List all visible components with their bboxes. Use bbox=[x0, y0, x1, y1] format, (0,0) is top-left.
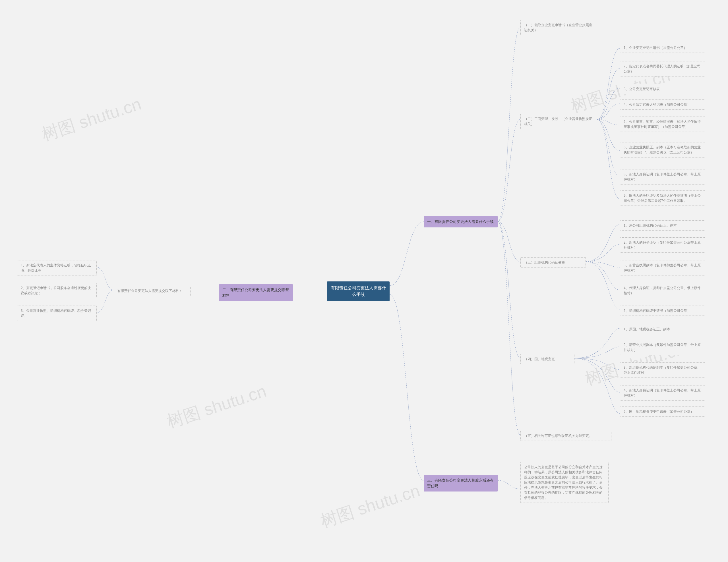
s1-i3-c3: 3、新营业执照副本（复印件加盖公司公章、带上原件核对） bbox=[620, 260, 705, 276]
s1-i4-c1: 1、原国、地税税务证正、副本 bbox=[620, 324, 705, 334]
s1-i3-c4: 4、代理人身份证（复印件加盖公司公章、带上原件核对） bbox=[620, 283, 705, 298]
s2-mid: 有限责任公司变更法人需要提交以下材料： bbox=[114, 286, 191, 296]
watermark-text: 树图 shutu.cn bbox=[164, 380, 269, 433]
s1-item-4: （四）国、地税变更 bbox=[520, 354, 574, 364]
s2-c1: 1、新法定代表人的主体资格证明，包括任职证明、身份证等； bbox=[17, 260, 97, 276]
s3-body: 公司法人的变更是基于公司的分立和合并才产生的这样的一种结果，原公司法人的相关债务… bbox=[520, 462, 609, 503]
s1-i4-c3: 3、新组织机构代码证副本（复印件加盖公司公章、带上原件核对） bbox=[620, 362, 705, 378]
section-1: 一、有限责任公司变更法人需要什么手续 bbox=[424, 216, 498, 228]
s1-i2-c5: 5、公司董事、监事、经理情况表（如法人担任执行董事或董事长时要填写）（加盖公司公… bbox=[620, 117, 705, 132]
s2-c3: 3、公司营业执照、组织机构代码证、税务登记证。 bbox=[17, 305, 97, 321]
s2-c2: 2、变更登记申请书，公司股东会通过变更的决议或者决定； bbox=[17, 283, 97, 298]
watermark-text: 树图 shutu.cn bbox=[39, 93, 144, 146]
s1-item-1: （一）领取企业变更申请书（企业营业执照发证机关） bbox=[520, 20, 597, 35]
s1-i2-c6: 6、企业营业执照正、副本（正本可在领取新的营业执照时收回）7、股东会决议（盖上公… bbox=[620, 142, 705, 158]
s1-item-2: （二）工商受理、发照：（企业营业执照发证机关） bbox=[520, 114, 597, 129]
s1-i4-c5: 5、国、地税税务变更申请表（加盖公司公章） bbox=[620, 406, 705, 417]
s1-i2-c3: 3、公司变更登记审核表 bbox=[620, 84, 705, 94]
connector-lines bbox=[0, 0, 728, 562]
section-2: 二、有限责任公司变更法人需要提交哪些材料 bbox=[219, 284, 293, 301]
s1-i3-c2: 2、新法人的身份证明（复印件加盖公司公章带上原件核对） bbox=[620, 238, 705, 253]
s1-item-5: （五）相关许可证也须到发证机关办理变更。 bbox=[520, 431, 611, 441]
s1-i2-c1: 1、企业变更登记申请书（加盖公司公章） bbox=[620, 43, 705, 53]
s1-i2-c7: 8、新法人身份证明（复印件盖上公司公章、带上原件核对） bbox=[620, 169, 705, 185]
s1-i3-c1: 1、原公司组织机构代码证正、副本 bbox=[620, 220, 705, 231]
root-node: 有限责任公司变更法人需要什么手续 bbox=[327, 281, 390, 301]
s1-i2-c8: 9、旧法人的免职证明及新法人的任职证明（盖上公司公章）受理后第二天起7个工作日领… bbox=[620, 191, 705, 206]
s1-i4-c4: 4、新法人身份证明（复印件盖上公司公章、带上原件核对） bbox=[620, 385, 705, 400]
s1-i2-c2: 2、指定代表或者共同委托代理人的证明（加盖公司公章） bbox=[620, 61, 705, 77]
section-3: 三、有限责任公司变更法人和股东后还有责任吗 bbox=[424, 475, 498, 491]
s1-i2-c4: 4、公司法定代表人登记表（加盖公司公章） bbox=[620, 100, 705, 110]
s1-i3-c5: 5、组织机构代码证申请书（加盖公司公章） bbox=[620, 305, 705, 316]
s1-i4-c2: 2、新营业执照副本（复印件加盖公司公章、带上原件核对） bbox=[620, 340, 705, 355]
watermark-text: 树图 shutu.cn bbox=[317, 479, 423, 533]
s1-item-3: （三）组织机构代码证变更 bbox=[520, 257, 586, 268]
